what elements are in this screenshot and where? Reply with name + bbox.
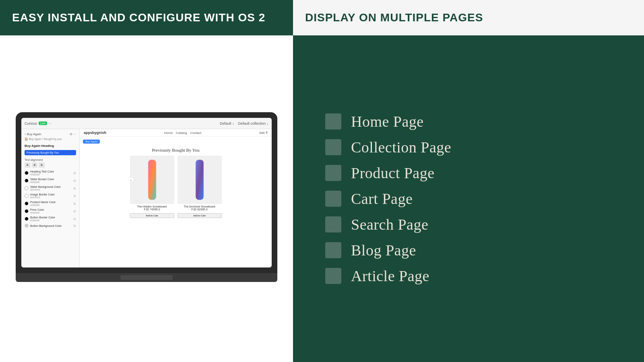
topbar-left: Curious Live ···	[25, 121, 52, 125]
topbar-dots: ···	[49, 121, 52, 125]
page-item-article: Article Page	[325, 267, 612, 285]
left-content: Curious Live ··· Default ↓ Default colle…	[0, 35, 293, 362]
btn-bg-swatch	[25, 224, 29, 228]
slider-bg-swatch	[25, 186, 29, 190]
home-page-label: Home Page	[351, 113, 424, 130]
product-price-2: FJD 62995.0	[178, 208, 222, 211]
add-to-cart-btn-1[interactable]: Add to Cart	[130, 213, 174, 218]
nav-home: Home	[164, 131, 173, 135]
home-page-icon	[325, 113, 341, 130]
snowboard-1-svg	[140, 158, 164, 202]
buy-again-badge-container: Buy Again	[80, 137, 272, 145]
screen-main: ‹ Buy Again ⊙ ··· 🏠 Buy again / Bought b…	[21, 129, 272, 267]
topbar-right: Default ↓ Default collection ↓	[220, 121, 268, 125]
copy-icon-2[interactable]: ⊙	[73, 179, 76, 183]
heading-color-label: Heading Text Color#000000	[30, 170, 72, 176]
product-image-1: ‹	[130, 156, 174, 204]
product-name-label: Product Name Color#000000	[30, 201, 72, 206]
product-page-label: Product Page	[351, 164, 435, 182]
product-page-icon	[325, 165, 341, 181]
left-panel: EASY INSTALL AND CONFIGURE WITH OS 2 Cur…	[0, 0, 293, 362]
page-item-search: Search Page	[325, 216, 612, 233]
product-card-1: ‹	[130, 156, 174, 218]
left-header-title: EASY INSTALL AND CONFIGURE WITH OS 2	[12, 11, 265, 24]
search-page-icon	[325, 216, 341, 232]
align-right-btn[interactable]: ≡	[39, 162, 45, 168]
add-to-cart-btn-2[interactable]: Add to Cart	[178, 213, 222, 218]
price-swatch	[25, 209, 29, 213]
right-content: Home Page Collection Page Product Page C…	[293, 35, 644, 362]
product-price-1: FJD 74995.0	[130, 208, 174, 211]
copy-icon-7[interactable]: ⊙	[73, 217, 76, 221]
page-item-cart: Cart Page	[325, 190, 612, 208]
cart-page-icon	[325, 191, 341, 207]
alignment-buttons: ≡ ≡ ≡	[25, 162, 76, 168]
screen-sidebar: ‹ Buy Again ⊙ ··· 🏠 Buy again / Bought b…	[21, 129, 80, 267]
image-border-label: Image Border Color#FFFFFF	[30, 193, 72, 199]
btn-border-swatch	[25, 217, 29, 221]
right-panel: DISPLAY ON MULTIPLE PAGES Home Page Coll…	[293, 0, 644, 362]
copy-icon-4[interactable]: ⊙	[73, 194, 76, 198]
article-page-label: Article Page	[351, 267, 429, 285]
sidebar-breadcrumb: 🏠 Buy again / Bought by you	[25, 138, 76, 141]
color-row-slider-bg: Slider Background Color#FFFFFF ⊙	[25, 185, 76, 191]
color-row-btn-bg: Button Background Color ⊙	[25, 224, 76, 228]
color-row-price: Price Color#000000 ⊙	[25, 208, 76, 214]
prev-button[interactable]: ‹	[130, 177, 134, 183]
screen-topbar: Curious Live ··· Default ↓ Default colle…	[21, 118, 272, 129]
collection-page-icon	[325, 139, 341, 155]
color-row-btn-border: Button Border Color#000000 ⊙	[25, 216, 76, 222]
copy-icon-6[interactable]: ⊙	[73, 210, 76, 213]
preview-nav-right: INR ₹	[259, 131, 268, 135]
buy-again-badge: Buy Again	[83, 140, 100, 144]
slider-border-label: Slider Border Color#000000	[30, 178, 72, 183]
color-row-slider-border: Slider Border Color#000000 ⊙	[25, 178, 76, 183]
color-row-product-name: Product Name Color#000000 ⊙	[25, 201, 76, 206]
preview-title: Previously Bought By You	[80, 145, 272, 154]
blog-page-label: Blog Page	[351, 241, 416, 259]
align-center-btn[interactable]: ≡	[32, 162, 38, 168]
product-name-2: The Archived Snowboard	[178, 205, 222, 208]
copy-icon[interactable]: ⊙	[73, 171, 76, 175]
copy-icon-8[interactable]: ⊙	[73, 224, 76, 228]
svg-rect-0	[148, 160, 156, 200]
svg-rect-1	[196, 160, 204, 200]
live-badge: Live	[39, 121, 47, 125]
page-item-product: Product Page	[325, 164, 612, 182]
back-label: Buy Again	[27, 132, 41, 136]
slider-bg-label: Slider Background Color#FFFFFF	[30, 185, 72, 191]
app-name: Curious	[25, 121, 37, 125]
product-image-2	[178, 156, 222, 204]
copy-icon-3[interactable]: ⊙	[73, 187, 76, 190]
left-header: EASY INSTALL AND CONFIGURE WITH OS 2	[0, 0, 293, 35]
preview-nav: appsbygirish Home Catalog Contact INR ₹	[80, 129, 272, 137]
sidebar-section-title: Buy Again Heading	[25, 144, 76, 148]
default-label: Default ↓	[220, 121, 234, 125]
search-page-label: Search Page	[351, 216, 428, 233]
page-item-collection: Collection Page	[325, 138, 612, 156]
color-row-image-border: Image Border Color#FFFFFF ⊙	[25, 193, 76, 199]
snowboard-2-svg	[188, 158, 212, 202]
laptop-screen: Curious Live ··· Default ↓ Default colle…	[21, 118, 272, 267]
btn-bg-label: Button Background Color	[30, 224, 72, 227]
page-item-blog: Blog Page	[325, 241, 612, 259]
blog-page-icon	[325, 242, 341, 258]
preview-nav-logo: appsbygirish	[84, 131, 106, 135]
btn-border-label: Button Border Color#000000	[30, 216, 72, 222]
laptop-body: Curious Live ··· Default ↓ Default colle…	[16, 112, 277, 273]
price-label: Price Color#000000	[30, 208, 72, 214]
sidebar-heading-input[interactable]: Previously Bought By You	[25, 150, 76, 155]
product-name-1: The Hidden Snowboard	[130, 205, 174, 208]
laptop-base	[16, 273, 277, 282]
preview-nav-links: Home Catalog Contact	[164, 131, 202, 135]
align-left-btn[interactable]: ≡	[25, 162, 31, 168]
product-name-swatch	[25, 202, 29, 206]
laptop-mockup: Curious Live ··· Default ↓ Default colle…	[16, 112, 277, 285]
collection-page-label: Collection Page	[351, 138, 451, 156]
copy-icon-5[interactable]: ⊙	[73, 202, 76, 206]
article-page-icon	[325, 268, 341, 284]
product-card-2: The Archived Snowboard FJD 62995.0 Add t…	[178, 156, 222, 218]
image-border-swatch	[25, 194, 29, 198]
preview-products: ‹	[80, 154, 272, 220]
slider-border-swatch	[25, 179, 29, 183]
